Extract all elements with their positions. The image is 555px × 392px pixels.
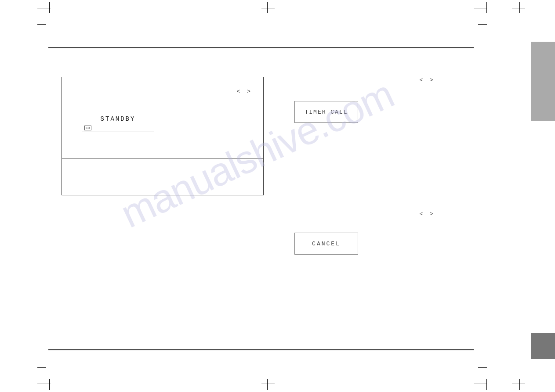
left-nav-arrows[interactable]: < > — [237, 88, 252, 95]
crop-mark-ct-h — [261, 8, 275, 8]
timer-call-label: TIMER CALL — [305, 109, 348, 115]
side-dash-bl — [37, 367, 46, 368]
crop-mark-tl-v — [49, 2, 50, 13]
left-panel-top: < > STANDBY CD — [62, 77, 263, 158]
crop-mark-rt-h — [512, 8, 525, 8]
crop-mark-tl-h — [37, 8, 51, 8]
bottom-rule — [48, 349, 474, 350]
crop-mark-cb-v — [267, 379, 268, 390]
crop-mark-cb-h — [261, 384, 275, 384]
timer-call-button[interactable]: TIMER CALL — [294, 101, 358, 123]
side-dash-tl — [37, 24, 46, 25]
crop-mark-tr-v — [486, 2, 487, 13]
crop-mark-rb-v — [519, 379, 520, 390]
cd-badge: CD — [84, 126, 91, 130]
cancel-nav-arrows[interactable]: < > — [420, 211, 435, 217]
cancel-button[interactable]: CANCEL — [294, 233, 358, 255]
standby-label: STANDBY — [101, 115, 136, 122]
right-sidebar-bar-bottom — [531, 333, 555, 359]
crop-mark-bl-h — [37, 384, 51, 384]
cancel-label: CANCEL — [312, 241, 341, 247]
side-dash-tr — [478, 24, 487, 25]
crop-mark-br-h — [474, 384, 487, 384]
timer-call-nav-arrows[interactable]: < > — [420, 77, 435, 83]
left-display-panel: < > STANDBY CD — [62, 77, 264, 195]
crop-mark-ct-v — [267, 2, 268, 13]
standby-box: STANDBY CD — [82, 106, 154, 132]
right-sidebar-bar — [531, 42, 555, 121]
crop-mark-rb-h — [512, 384, 525, 384]
crop-mark-tr-h — [474, 8, 487, 8]
side-dash-br — [478, 367, 487, 368]
crop-mark-rt-v — [519, 2, 520, 13]
left-panel-bottom — [62, 158, 263, 195]
top-rule — [48, 47, 474, 48]
crop-mark-br-v — [486, 379, 487, 390]
crop-mark-bl-v — [49, 379, 50, 390]
